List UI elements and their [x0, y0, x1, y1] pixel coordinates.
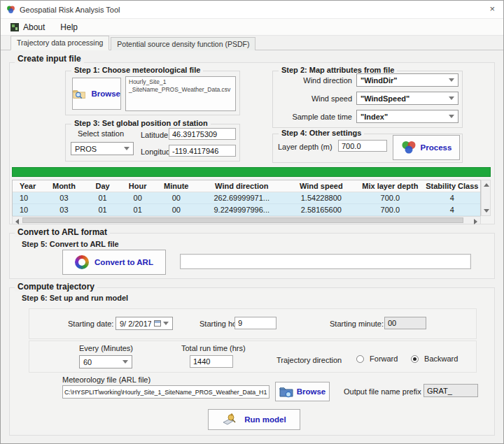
every-minutes-value: 60 [83, 358, 92, 366]
convert-title: Convert to ARL format [15, 227, 110, 237]
cell-minute: 00 [155, 194, 197, 202]
sample-date-time-select[interactable]: "Index" [356, 110, 458, 123]
starting-date-value: 9/ 2/2017 [120, 320, 151, 328]
cell-mix-layer-depth: 700.0 [356, 194, 424, 202]
scroll-up-icon[interactable] [484, 183, 489, 187]
cell-month: 03 [43, 194, 85, 202]
date-picker-controls [154, 320, 169, 327]
sample-date-time-value: "Index" [360, 113, 388, 121]
app-icon [6, 5, 15, 14]
cell-wind-speed: 1.54228800 [286, 194, 356, 202]
station-select[interactable]: PROS [71, 142, 134, 155]
cell-hour: 00 [120, 194, 155, 202]
forward-radio[interactable]: Forward [356, 355, 398, 363]
column-header-month[interactable]: Month [43, 182, 85, 190]
close-button[interactable]: × [489, 3, 495, 14]
menu-item-help[interactable]: Help [60, 22, 78, 32]
radio-checked-icon [411, 355, 419, 363]
tab-trajectory-data-processing[interactable]: Trajectory data processing [10, 36, 109, 50]
cell-minute: 00 [155, 206, 197, 214]
data-table: Year Month Day Hour Minute Wind directio… [12, 180, 481, 216]
table-horizontal-scrollbar[interactable] [12, 216, 481, 224]
title-bar: Geospatial Risk Analysis Tool × [1, 1, 503, 19]
menu-help-label: Help [60, 22, 78, 32]
compute-title: Compute trajectory [15, 282, 97, 292]
step1-file-display[interactable]: Hourly_Site_1 _SiteName_PROS_Weather_Dat… [125, 76, 236, 111]
column-header-wind-speed[interactable]: Wind speed [286, 182, 356, 190]
met-browse-label: Browse [297, 387, 326, 396]
starting-date-picker[interactable]: 9/ 2/2017 [115, 317, 173, 330]
table-vertical-scrollbar[interactable] [481, 180, 491, 216]
latitude-label: Latitude [141, 131, 168, 139]
cell-stability-class: 4 [424, 194, 480, 202]
column-header-wind-direction[interactable]: Wind direction [197, 182, 286, 190]
met-browse-button[interactable]: Browse [275, 382, 330, 401]
step1-browse-button[interactable]: Browse [72, 78, 121, 110]
blue-folder-search-icon [279, 386, 293, 398]
table-row[interactable]: 10 03 01 00 00 262.69999971... 1.5422880… [13, 192, 480, 204]
folder-search-icon [73, 87, 85, 101]
backward-radio[interactable]: Backward [411, 355, 458, 363]
run-model-label: Run model [244, 415, 286, 424]
step3-title: Step 3: Set global position of station [71, 119, 211, 127]
cell-mix-layer-depth: 700.0 [356, 206, 424, 214]
column-header-stability-class[interactable]: Stability Class [424, 182, 480, 190]
scrollbar-thumb[interactable] [22, 217, 463, 223]
cell-year: 10 [13, 194, 43, 202]
process-icon [401, 141, 416, 155]
column-header-year[interactable]: Year [13, 182, 43, 190]
total-run-time-field[interactable] [190, 355, 233, 368]
wind-speed-select[interactable]: "WindSpeed" [356, 92, 458, 105]
total-run-time-label: Total run time (hrs) [181, 344, 246, 352]
tab-strip: Trajectory data processing Potential sou… [1, 36, 503, 50]
scroll-right-icon[interactable] [474, 219, 477, 224]
cell-day: 01 [85, 206, 120, 214]
station-value: PROS [75, 145, 97, 153]
longitude-field[interactable] [169, 145, 236, 157]
chevron-down-icon [449, 96, 454, 100]
column-header-hour[interactable]: Hour [120, 182, 155, 190]
starting-minute-label: Starting minute: [330, 320, 384, 328]
column-header-mix-layer-depth[interactable]: Mix layer depth [356, 182, 424, 190]
layer-depth-field[interactable] [338, 140, 387, 152]
wind-direction-value: "WindDir" [360, 76, 398, 85]
sample-date-time-label: Sample date time [276, 113, 352, 121]
menu-bar: About Help [1, 19, 503, 36]
scroll-left-icon[interactable] [15, 219, 19, 224]
run-model-button[interactable]: Run model [208, 409, 300, 430]
select-station-label: Select station [78, 129, 124, 138]
cell-day: 01 [85, 194, 120, 202]
step4-title: Step 4: Other settings [279, 129, 364, 137]
latitude-field[interactable] [169, 128, 236, 140]
every-minutes-select[interactable]: 60 [79, 355, 132, 368]
table-row[interactable]: 10 03 01 01 00 9.2249997996... 2.5816560… [13, 204, 480, 216]
starting-minute-field[interactable] [384, 317, 426, 329]
wind-speed-value: "WindSpeed" [360, 94, 410, 103]
process-button[interactable]: Process [393, 135, 460, 160]
output-prefix-label: Output file name prefix [344, 387, 421, 396]
starting-hour-field[interactable] [234, 317, 276, 329]
convert-arrows-icon [75, 255, 89, 269]
wind-speed-label: Wind speed [276, 94, 352, 103]
tab-psdf[interactable]: Potential source density function (PSDF) [111, 37, 255, 50]
convert-progressbar [180, 254, 471, 269]
cell-year: 10 [13, 206, 43, 214]
run-model-icon [222, 413, 239, 427]
cell-wind-direction: 262.69999971... [197, 194, 286, 202]
forward-label: Forward [370, 355, 398, 363]
output-prefix-field[interactable] [424, 384, 478, 397]
met-file-field[interactable] [62, 385, 270, 399]
column-header-minute[interactable]: Minute [155, 182, 197, 190]
scroll-down-icon[interactable] [484, 209, 489, 213]
app-window: Geospatial Risk Analysis Tool × About He… [0, 0, 504, 444]
trajectory-direction-label: Trajectory direction [276, 356, 342, 364]
convert-to-arl-button[interactable]: Convert to ARL [62, 250, 166, 275]
starting-date-label: Starting date: [68, 320, 113, 328]
wind-direction-select[interactable]: "WindDir" [356, 73, 458, 87]
wind-direction-label: Wind direction [276, 76, 352, 85]
menu-item-about[interactable]: About [10, 22, 45, 32]
column-header-day[interactable]: Day [85, 182, 120, 190]
cell-wind-direction: 9.2249997996... [197, 206, 286, 214]
process-progressbar [12, 167, 491, 177]
chevron-down-icon [163, 322, 169, 325]
